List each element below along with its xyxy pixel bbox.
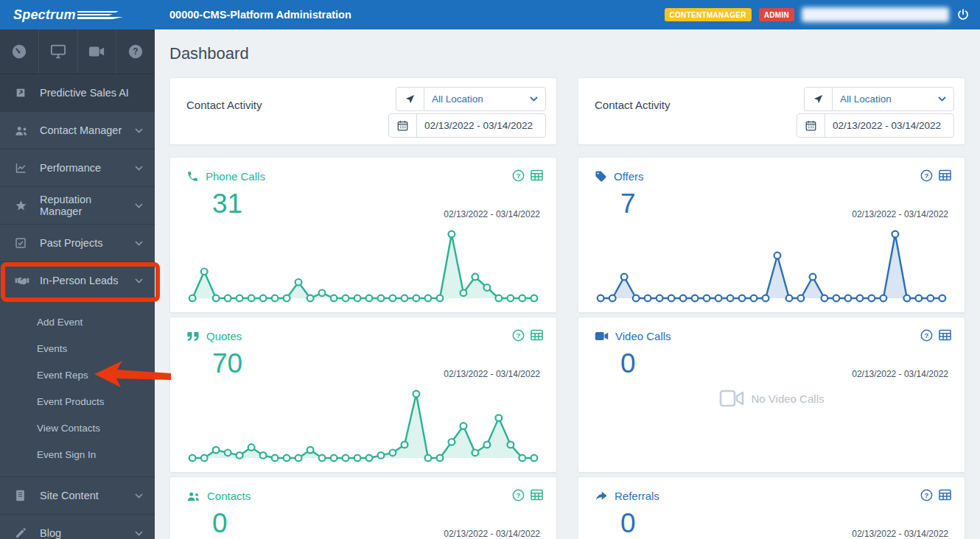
- metric-title: Referrals: [615, 490, 659, 502]
- panel-title: Contact Activity: [595, 99, 671, 111]
- contacts-icon: [186, 491, 200, 501]
- svg-text:?: ?: [925, 331, 929, 339]
- svg-text:?: ?: [925, 172, 929, 180]
- top-bar: Spectrum 00000-CMS-Platform Administrati…: [0, 0, 980, 29]
- metric-date-range: 02/13/2022 - 03/14/2022: [852, 529, 948, 539]
- chevron-down-icon: [135, 531, 143, 536]
- quotes-sparkline: [186, 385, 540, 463]
- help-circle-icon[interactable]: ?: [116, 29, 155, 74]
- metric-value: 31: [212, 190, 242, 217]
- svg-text:?: ?: [133, 46, 138, 57]
- chevron-down-icon: [530, 96, 538, 102]
- brand-logo: Spectrum: [0, 0, 155, 29]
- sidebar-item-label: Site Content: [40, 490, 135, 501]
- metric-date-range: 02/13/2022 - 03/14/2022: [852, 369, 948, 379]
- power-icon[interactable]: [956, 8, 970, 21]
- chevron-down-icon: [135, 203, 143, 208]
- svg-text:?: ?: [517, 331, 521, 339]
- location-select[interactable]: All Location: [804, 87, 954, 111]
- contacts-card: Contacts ? 0 02/13/2022 - 03/14/2022: [169, 476, 557, 539]
- phone-icon: [186, 170, 199, 183]
- sidebar-item-blog[interactable]: Blog: [0, 514, 155, 539]
- gauge-icon[interactable]: [0, 29, 39, 74]
- sidebar-item-contact-manager[interactable]: Contact Manager: [0, 111, 155, 149]
- users-icon: [15, 125, 34, 136]
- table-view-icon[interactable]: [531, 489, 543, 501]
- main-content: Dashboard Contact Activity All Location …: [155, 29, 980, 539]
- sidebar-icon-bar: ?: [0, 29, 155, 74]
- submenu-item-event-sign-in[interactable]: Event Sign In: [0, 441, 155, 468]
- contact-activity-panel-left: Contact Activity All Location 02/13/2022…: [169, 77, 557, 145]
- chart-line-icon: [15, 162, 34, 174]
- table-view-icon[interactable]: [939, 329, 951, 342]
- location-select[interactable]: All Location: [396, 87, 546, 111]
- video-calls-card: Video Calls ? 0 02/13/2022 - 03/14/2022 …: [578, 317, 965, 473]
- help-icon[interactable]: ?: [512, 169, 525, 182]
- role-badge-contentmanager: CONTENTMANAGER: [665, 8, 752, 21]
- offers-card: Offers ? 7 02/13/2022 - 03/14/2022: [578, 157, 965, 313]
- help-icon[interactable]: ?: [920, 329, 933, 342]
- date-range-picker[interactable]: 02/13/2022 - 03/14/2022: [388, 113, 546, 138]
- contact-activity-panel-right: Contact Activity All Location 02/13/2022…: [578, 77, 965, 145]
- location-select-value: All Location: [432, 94, 483, 105]
- svg-text:?: ?: [925, 491, 929, 499]
- empty-state-text: No Video Calls: [752, 392, 825, 405]
- quotes-card: Quotes ? 70 02/13/2022 - 03/14/2022: [169, 317, 557, 473]
- panel-filters: All Location 02/13/2022 - 03/14/2022: [388, 87, 546, 138]
- sidebar-item-reputation-manager[interactable]: Reputation Manager: [0, 186, 155, 224]
- submenu-item-event-reps[interactable]: Event Reps: [0, 362, 155, 388]
- desktop-icon[interactable]: [39, 29, 78, 74]
- video-camera-icon[interactable]: [78, 29, 117, 74]
- right-column: Contact Activity All Location 02/13/2022…: [578, 77, 965, 539]
- metric-value: 7: [620, 190, 636, 217]
- dashboard-columns: Contact Activity All Location 02/13/2022…: [169, 77, 965, 539]
- table-view-icon[interactable]: [939, 489, 951, 501]
- top-bar-right: CONTENTMANAGER ADMIN: [665, 0, 970, 29]
- page-title: Dashboard: [169, 44, 249, 63]
- table-view-icon[interactable]: [531, 329, 543, 342]
- svg-text:?: ?: [517, 172, 521, 180]
- svg-text:?: ?: [517, 491, 521, 499]
- help-icon[interactable]: ?: [512, 489, 525, 501]
- sidebar-item-label: Performance: [40, 162, 135, 174]
- tag-icon: [595, 170, 607, 183]
- submenu-item-events[interactable]: Events: [0, 335, 155, 362]
- phone-calls-sparkline: [186, 225, 540, 303]
- help-icon[interactable]: ?: [512, 329, 525, 342]
- phone-calls-card: Phone Calls ? 31 02/13/2022 - 03/14/2022: [169, 157, 557, 313]
- sidebar-item-label: Contact Manager: [40, 124, 135, 136]
- sidebar-item-performance[interactable]: Performance: [0, 149, 155, 186]
- chevron-down-icon: [135, 493, 143, 499]
- calendar-icon: [797, 114, 825, 137]
- referral-arrow-icon: [595, 490, 608, 501]
- date-range-picker[interactable]: 02/13/2022 - 03/14/2022: [797, 113, 954, 138]
- sidebar-item-site-content[interactable]: Site Content: [0, 476, 155, 514]
- metric-value: 0: [212, 510, 228, 537]
- metric-date-range: 02/13/2022 - 03/14/2022: [444, 209, 540, 219]
- metric-title: Phone Calls: [206, 170, 265, 183]
- help-icon[interactable]: ?: [920, 169, 933, 182]
- in-person-leads-submenu: Add Event Events Event Reps Event Produc…: [0, 299, 155, 476]
- metric-title: Contacts: [207, 490, 251, 502]
- sidebar-item-label: Reputation Manager: [40, 194, 135, 217]
- referrals-card: Referrals ? 0 02/13/2022 - 03/14/2022: [578, 476, 965, 539]
- sidebar-item-predictive-sales-ai[interactable]: Predictive Sales AI: [0, 74, 155, 111]
- metric-value: 70: [212, 350, 242, 377]
- sidebar-item-label: In-Person Leads: [40, 275, 135, 286]
- table-view-icon[interactable]: [531, 169, 543, 182]
- date-range-value: 02/13/2022 - 03/14/2022: [825, 114, 948, 137]
- no-video-calls-message: No Video Calls: [578, 390, 965, 407]
- video-camera-outline-icon: [719, 390, 744, 407]
- sidebar-nav: Predictive Sales AI Contact Manager Perf…: [0, 74, 155, 539]
- sidebar-item-label: Blog: [40, 527, 135, 539]
- table-view-icon[interactable]: [939, 169, 951, 182]
- submenu-item-add-event[interactable]: Add Event: [0, 309, 155, 335]
- submenu-item-view-contacts[interactable]: View Contacts: [0, 415, 155, 441]
- sidebar-item-past-projects[interactable]: Past Projects: [0, 224, 155, 261]
- book-icon: [15, 490, 34, 501]
- submenu-item-event-products[interactable]: Event Products: [0, 388, 155, 415]
- help-icon[interactable]: ?: [920, 489, 933, 501]
- left-column: Contact Activity All Location 02/13/2022…: [169, 77, 557, 539]
- metric-title: Video Calls: [615, 330, 671, 342]
- sidebar-item-in-person-leads[interactable]: In-Person Leads: [0, 261, 155, 299]
